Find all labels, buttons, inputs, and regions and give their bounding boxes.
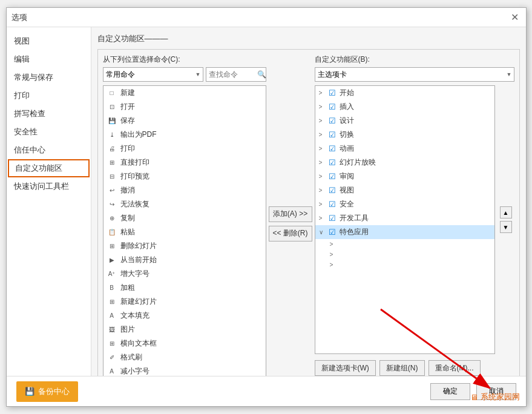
search-box: 🔍 bbox=[206, 67, 266, 82]
left-panel: 从下列位置选择命令(C): 常用命令 🔍 bbox=[103, 54, 266, 376]
sidebar-item-general[interactable]: 常规与保存 bbox=[7, 68, 91, 87]
panels-row: 从下列位置选择命令(C): 常用命令 🔍 bbox=[103, 54, 514, 376]
cmd-icon: 🖨 bbox=[107, 144, 117, 154]
tree-item[interactable]: >☑开发工具 bbox=[315, 211, 494, 225]
command-type-select[interactable]: 常用命令 bbox=[103, 67, 203, 82]
left-panel-label: 从下列位置选择命令(C): bbox=[103, 54, 266, 65]
right-arrows: ▲ ▼ bbox=[498, 85, 514, 354]
sidebar-item-edit[interactable]: 编辑 bbox=[7, 50, 91, 68]
cmd-label: 打印 bbox=[120, 143, 135, 154]
tree-item[interactable]: > bbox=[315, 249, 494, 260]
command-item[interactable]: ✐格式刷 bbox=[103, 350, 266, 364]
ribbon-tree[interactable]: >☑开始>☑插入>☑设计>☑切换>☑动画>☑幻灯片放映>☑审阅>☑视图>☑安全>… bbox=[315, 85, 495, 354]
cmd-icon: ⊡ bbox=[107, 102, 117, 112]
cmd-icon: ⊕ bbox=[107, 214, 117, 223]
tree-item[interactable]: > bbox=[315, 239, 494, 249]
cmd-label: 增大字号 bbox=[120, 269, 149, 279]
cmd-icon: ⊞ bbox=[107, 242, 117, 251]
move-down-button[interactable]: ▼ bbox=[500, 221, 512, 233]
command-item[interactable]: ↩撤消 bbox=[103, 183, 266, 197]
sidebar-item-spell[interactable]: 拼写检查 bbox=[7, 105, 91, 123]
rename-button[interactable]: 重命名(M)... bbox=[429, 360, 481, 376]
sidebar-item-customize[interactable]: 自定义功能区 bbox=[8, 159, 90, 177]
cmd-icon: B bbox=[107, 283, 117, 293]
tree-label: 审阅 bbox=[340, 171, 354, 182]
sidebar-item-trust[interactable]: 信任中心 bbox=[7, 141, 91, 159]
cmd-icon: ⊞ bbox=[107, 297, 117, 307]
tree-label: 插入 bbox=[340, 102, 354, 112]
command-item[interactable]: ⊞删除幻灯片 bbox=[103, 239, 266, 253]
tree-expand-icon: > bbox=[319, 131, 326, 138]
sidebar-item-view[interactable]: 视图 bbox=[7, 32, 91, 50]
command-item[interactable]: A减小字号 bbox=[103, 364, 266, 376]
tree-item[interactable]: >☑动画 bbox=[315, 142, 494, 156]
command-item[interactable]: ⊞横向文本框 bbox=[103, 337, 266, 350]
cmd-label: 粘贴 bbox=[120, 227, 135, 237]
command-item[interactable]: □新建 bbox=[103, 86, 266, 100]
tree-label: 特色应用 bbox=[340, 227, 369, 237]
command-item[interactable]: ⊞直接打印 bbox=[103, 156, 266, 169]
command-item[interactable]: ⤓输出为PDF bbox=[103, 128, 266, 142]
command-item[interactable]: ⊡打开 bbox=[103, 100, 266, 114]
tree-item[interactable]: > bbox=[315, 260, 494, 270]
cancel-button[interactable]: 取消 bbox=[476, 383, 516, 400]
new-group-button[interactable]: 新建组(N) bbox=[379, 360, 425, 376]
command-item[interactable]: ⊞新建幻灯片 bbox=[103, 295, 266, 309]
command-item[interactable]: B加粗 bbox=[103, 281, 266, 295]
dialog-bottom: 💾 备份中心 确定 取消 bbox=[7, 376, 526, 406]
tree-label: 动画 bbox=[340, 143, 354, 154]
cmd-label: 直接打印 bbox=[120, 157, 149, 168]
command-item[interactable]: 🖨打印 bbox=[103, 142, 266, 156]
tree-item[interactable]: >☑设计 bbox=[315, 114, 494, 128]
cmd-icon: ▶ bbox=[107, 255, 117, 265]
command-item[interactable]: ⊟打印预览 bbox=[103, 169, 266, 183]
backup-button[interactable]: 💾 备份中心 bbox=[16, 381, 78, 402]
tree-label: 切换 bbox=[340, 130, 354, 140]
ok-button[interactable]: 确定 bbox=[430, 383, 470, 400]
cmd-label: 图片 bbox=[120, 324, 135, 335]
command-list[interactable]: □新建⊡打开💾保存⤓输出为PDF🖨打印⊞直接打印⊟打印预览↩撤消↪无法恢复⊕复制… bbox=[103, 85, 266, 376]
cmd-icon: 📋 bbox=[107, 228, 117, 237]
command-item[interactable]: 🖼图片 bbox=[103, 323, 266, 337]
command-item[interactable]: ↪无法恢复 bbox=[103, 197, 266, 211]
command-item[interactable]: 📋粘贴 bbox=[103, 225, 266, 239]
command-item[interactable]: ▶从当前开始 bbox=[103, 253, 266, 267]
cmd-label: 加粗 bbox=[120, 283, 135, 293]
tree-item[interactable]: >☑视图 bbox=[315, 183, 494, 197]
tree-label: 幻灯片放映 bbox=[340, 157, 376, 168]
tree-label: 开始 bbox=[340, 88, 354, 98]
sidebar-item-security[interactable]: 安全性 bbox=[7, 123, 91, 141]
move-up-button[interactable]: ▲ bbox=[500, 206, 512, 218]
command-item[interactable]: ⊕复制 bbox=[103, 211, 266, 225]
tree-label: 开发工具 bbox=[340, 213, 369, 223]
command-item[interactable]: 💾保存 bbox=[103, 114, 266, 128]
ribbon-type-select[interactable]: 主选项卡 bbox=[315, 67, 514, 82]
cmd-icon: A bbox=[107, 367, 117, 376]
search-input[interactable] bbox=[209, 70, 257, 79]
tree-expand-icon: > bbox=[319, 187, 326, 194]
cmd-icon: ⤓ bbox=[107, 130, 117, 140]
cmd-icon: A bbox=[107, 311, 117, 321]
dialog-window: 选项 ✕ 视图编辑常规与保存打印拼写检查安全性信任中心自定义功能区快速访问工具栏… bbox=[6, 7, 527, 407]
tree-item[interactable]: >☑安全 bbox=[315, 197, 494, 211]
tree-item[interactable]: >☑审阅 bbox=[315, 169, 494, 183]
sidebar-item-quickaccess[interactable]: 快速访问工具栏 bbox=[7, 177, 91, 196]
add-button[interactable]: 添加(A) >> bbox=[269, 206, 312, 222]
command-item[interactable]: A文本填充 bbox=[103, 309, 266, 323]
sidebar-item-print[interactable]: 打印 bbox=[7, 87, 91, 105]
cmd-icon: ↪ bbox=[107, 200, 117, 209]
tree-expand-icon: > bbox=[319, 104, 326, 110]
tree-item[interactable]: >☑插入 bbox=[315, 100, 494, 114]
tree-item[interactable]: >☑开始 bbox=[315, 86, 494, 100]
tree-item[interactable]: ∨☑特色应用 bbox=[315, 225, 494, 239]
tree-item[interactable]: >☑幻灯片放映 bbox=[315, 156, 494, 169]
new-tab-button[interactable]: 新建选项卡(W) bbox=[315, 360, 376, 376]
tree-item[interactable]: >☑切换 bbox=[315, 128, 494, 142]
close-button[interactable]: ✕ bbox=[509, 12, 521, 24]
sidebar: 视图编辑常规与保存打印拼写检查安全性信任中心自定义功能区快速访问工具栏 bbox=[7, 27, 91, 376]
tree-label: 视图 bbox=[340, 185, 354, 196]
command-item[interactable]: A⁺增大字号 bbox=[103, 267, 266, 281]
cmd-icon: ✐ bbox=[107, 353, 117, 363]
remove-button[interactable]: << 删除(R) bbox=[269, 226, 312, 242]
cmd-label: 减小字号 bbox=[120, 366, 149, 376]
